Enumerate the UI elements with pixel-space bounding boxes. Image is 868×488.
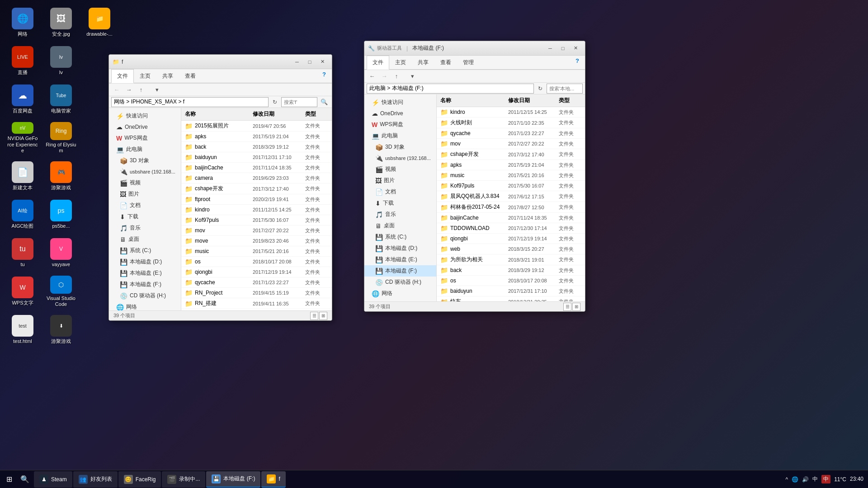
sidebar-h-1[interactable]: 💿 CD 驱动器 (H:) [109, 290, 181, 301]
table-row[interactable]: 📁qiongbi 2017/12/19 19:14 文件夹 [437, 234, 585, 244]
sidebar-usb-1[interactable]: 🔌 usbshare (192.168... [109, 166, 181, 177]
sidebar-download-2[interactable]: ⬇ 下载 [364, 197, 436, 209]
recent-btn-2[interactable]: ▾ [407, 71, 418, 81]
desktop-icon-file[interactable]: 📄 新建文本 [5, 158, 41, 194]
desktop-icon-ring[interactable]: Ring Ring of Elysium [43, 120, 79, 156]
tab-home-1[interactable]: 主页 [134, 69, 156, 83]
table-row[interactable]: 📁music 2017/5/21 20:16 文件夹 [437, 170, 585, 181]
table-row[interactable]: 📁move 2019/8/23 20:46 文件夹 [181, 236, 332, 246]
sidebar-wps-1[interactable]: W WPS网盘 [109, 132, 181, 144]
desktop-icon-network[interactable]: 🌐 网络 [5, 5, 41, 41]
sidebar-music-2[interactable]: 🎵 音乐 [364, 209, 436, 220]
tab-home-2[interactable]: 主页 [389, 56, 412, 69]
sidebar-desktop-2[interactable]: 🖥 桌面 [364, 220, 436, 231]
table-row[interactable]: 📁apks 2017/5/19 21:04 文件夹 [437, 160, 585, 170]
table-row[interactable]: 📁ftproot 2020/2/19 19:41 文件夹 [181, 194, 332, 205]
table-row[interactable]: 📁baiduyun 2017/12/31 17:10 文件夹 [437, 286, 585, 296]
tray-arrow[interactable]: ^ [786, 476, 788, 483]
sidebar-desktop-1[interactable]: 🖥 桌面 [109, 234, 181, 245]
desktop-icon-tu[interactable]: tu tu [5, 235, 41, 271]
desktop-icon-wps[interactable]: W WPS文字 [5, 273, 41, 310]
grid-view-btn-1[interactable]: ⊞ [319, 312, 327, 320]
table-row[interactable]: 📁cshape开发 2017/3/12 17:40 文件夹 [181, 183, 332, 194]
sidebar-thispc-1[interactable]: 💻 此电脑 [109, 144, 181, 155]
table-row[interactable]: 📁music 2017/5/21 20:16 文件夹 [181, 246, 332, 257]
sidebar-picture-2[interactable]: 🖼 图片 [364, 175, 436, 186]
minimize-btn-1[interactable]: ─ [291, 57, 303, 66]
table-row[interactable]: 📁baiduyun 2017/12/31 17:10 文件夹 [181, 152, 332, 163]
back-btn-2[interactable]: ← [367, 71, 377, 81]
table-row[interactable]: 📁back 2018/3/29 19:12 文件夹 [437, 265, 585, 276]
taskbar-item-facerig[interactable]: 😊 FaceRig [118, 471, 161, 488]
list-view-btn-2[interactable]: ☰ [563, 303, 571, 311]
table-row[interactable]: 📁camera 2019/6/29 23:03 文件夹 [181, 173, 332, 183]
desktop-icon-vscode[interactable]: ⬡ Visual Studio Code [43, 273, 79, 310]
table-row[interactable]: 📁晨风QQ机器人3.834 2017/6/12 17:15 文件夹 [437, 191, 585, 202]
sidebar-quickaccess-1[interactable]: ⚡ 快速访问 [109, 110, 181, 122]
tray-sound-icon[interactable]: 🔊 [802, 476, 809, 483]
desktop-icon-drawable[interactable]: 📁 drawable-... [81, 5, 118, 41]
table-row[interactable]: 📁baijinCache 2017/11/24 18:35 文件夹 [181, 163, 332, 173]
sidebar-d-2[interactable]: 💾 本地磁盘 (D:) [364, 243, 436, 254]
sidebar-h-2[interactable]: 💿 CD 驱动器 (H:) [364, 277, 436, 288]
col-type-header-1[interactable]: 类型 [302, 109, 332, 119]
col-name-header-1[interactable]: 名称 [181, 109, 249, 119]
sidebar-thispc-2[interactable]: 💻 此电脑 [364, 130, 436, 141]
table-row[interactable]: 📁为所欲为相关 2018/3/21 19:01 文件夹 [437, 254, 585, 265]
maximize-btn-2[interactable]: □ [557, 44, 569, 53]
table-row[interactable]: 📁os 2018/10/17 20:08 文件夹 [181, 257, 332, 267]
table-row[interactable]: 📁柯林备份2017-05-24 2017/8/27 12:50 文件夹 [437, 202, 585, 213]
tray-ime[interactable]: 中 [821, 475, 830, 483]
table-row[interactable]: 📁mov 2017/2/27 20:22 文件夹 [437, 139, 585, 149]
tab-share-1[interactable]: 共享 [156, 69, 179, 83]
sidebar-d-1[interactable]: 💾 本地磁盘 (D:) [109, 256, 181, 267]
table-row[interactable]: 📁RN_Project 2019/4/15 15:19 文件夹 [181, 288, 332, 298]
tab-file-2[interactable]: 文件 [367, 56, 389, 70]
sidebar-video-2[interactable]: 🎬 视频 [364, 164, 436, 175]
recent-btn-1[interactable]: ▾ [151, 85, 162, 95]
desktop-icon-steamdl[interactable]: ⬇ 游聚游戏 [43, 312, 79, 348]
desktop-icon-test[interactable]: test test.html [5, 312, 41, 348]
sidebar-c-1[interactable]: 💾 系统 (C:) [109, 245, 181, 256]
table-row[interactable]: 📁qiongbi 2017/12/19 19:14 文件夹 [181, 267, 332, 277]
forward-btn-1[interactable]: → [123, 85, 134, 95]
refresh-btn-2[interactable]: ↻ [535, 84, 545, 94]
taskbar-item-steam[interactable]: ♟ Steam [34, 471, 72, 488]
tray-lang[interactable]: 中 [812, 475, 818, 483]
sidebar-c-2[interactable]: 💾 系统 (C:) [364, 231, 436, 243]
tab-view-2[interactable]: 查看 [434, 56, 457, 69]
taskbar-clock[interactable]: 23:40 [850, 475, 863, 483]
col-name-header-2[interactable]: 名称 [437, 96, 505, 105]
sidebar-3d-1[interactable]: 📦 3D 对象 [109, 155, 181, 166]
taskbar-item-f-folder[interactable]: 📁 f [261, 471, 285, 488]
desktop-icon-ps[interactable]: ps ps5be... [43, 197, 79, 233]
sidebar-3d-2[interactable]: 📦 3D 对象 [364, 141, 436, 153]
sidebar-e-1[interactable]: 💾 本地磁盘 (E:) [109, 267, 181, 279]
sidebar-onedrive-2[interactable]: ☁ OneDrive [364, 108, 436, 119]
table-row[interactable]: 📁kindro 2011/12/15 14:25 文件夹 [181, 205, 332, 215]
minimize-btn-2[interactable]: ─ [544, 44, 556, 53]
desktop-icon-nvidia[interactable]: nV NVIDIA GeForce Experience [5, 120, 41, 156]
tray-network-icon[interactable]: 🌐 [792, 476, 798, 483]
desktop-icon-game[interactable]: 🎮 游聚游戏 [43, 158, 79, 194]
table-row[interactable]: 📁web 2018/3/15 20:27 文件夹 [437, 244, 585, 254]
taskbar-item-recording[interactable]: 🎬 录制中... [162, 471, 205, 488]
start-button[interactable]: ⊞ [0, 470, 18, 488]
grid-view-btn-2[interactable]: ⊞ [572, 303, 580, 311]
desktop-icon-img[interactable]: 🖼 安全.jpg [43, 5, 79, 41]
table-row[interactable]: 📁qycache 2017/1/23 22:27 文件夹 [181, 277, 332, 288]
sidebar-usb-2[interactable]: 🔌 usbshare (192.168... [364, 153, 436, 164]
desktop-icon-vayyave[interactable]: V vayyave [43, 235, 79, 271]
sidebar-network-2[interactable]: 🌐 网络 [364, 288, 436, 299]
table-row[interactable]: 📁os 2018/10/17 20:08 文件夹 [437, 276, 585, 286]
desktop-icon-ai[interactable]: AI绘 AIGC绘图 [5, 197, 41, 233]
sidebar-doc-2[interactable]: 📄 文档 [364, 186, 436, 197]
address-input-2[interactable] [367, 84, 534, 94]
sidebar-f-2[interactable]: 💾 本地磁盘 (F:) [364, 265, 436, 277]
help-btn-1[interactable]: ? [319, 69, 330, 79]
back-btn-1[interactable]: ← [111, 85, 122, 95]
address-input-1[interactable] [111, 97, 269, 107]
col-date-header-1[interactable]: 修改日期 [249, 109, 302, 119]
tab-share-2[interactable]: 共享 [412, 56, 434, 69]
table-row[interactable]: 📁mov 2017/2/27 20:22 文件夹 [181, 225, 332, 236]
